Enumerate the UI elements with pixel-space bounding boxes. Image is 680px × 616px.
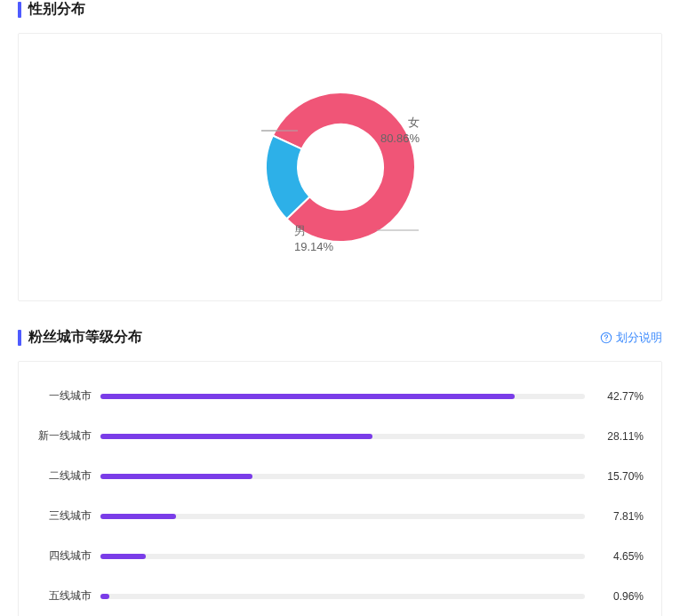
- gender-title: 性别分布: [18, 0, 85, 19]
- donut-male-pct: 19.14%: [294, 239, 333, 255]
- bar-category-label: 三线城市: [36, 508, 100, 524]
- bar-track: [100, 594, 585, 599]
- help-link-text: 划分说明: [616, 330, 662, 346]
- city-title-text: 粉丝城市等级分布: [28, 328, 142, 347]
- bar-fill: [100, 394, 515, 399]
- donut-female-name: 女: [380, 115, 420, 131]
- bar-fill: [100, 594, 109, 599]
- bar-category-label: 一线城市: [36, 388, 100, 404]
- bar-row: 二线城市15.70%: [36, 468, 644, 484]
- bar-row: 新一线城市28.11%: [36, 428, 644, 444]
- city-panel: 一线城市42.77%新一线城市28.11%二线城市15.70%三线城市7.81%…: [18, 361, 662, 616]
- donut-male-name: 男: [294, 223, 333, 239]
- title-accent-bar: [18, 330, 21, 346]
- bar-row: 五线城市0.96%: [36, 588, 644, 604]
- bar-fill: [100, 514, 176, 519]
- bar-track: [100, 554, 585, 559]
- bar-category-label: 二线城市: [36, 468, 100, 484]
- bar-track: [100, 474, 585, 479]
- gender-title-text: 性别分布: [28, 0, 85, 19]
- donut-svg: [163, 52, 518, 283]
- gender-donut-chart: 女 80.86% 男 19.14%: [36, 52, 644, 283]
- bar-fill: [100, 554, 146, 559]
- bar-category-label: 新一线城市: [36, 428, 100, 444]
- bar-track: [100, 434, 585, 439]
- gender-panel: 女 80.86% 男 19.14%: [18, 33, 662, 301]
- donut-female-pct: 80.86%: [380, 131, 420, 147]
- bar-value-label: 15.70%: [597, 470, 644, 483]
- bar-value-label: 4.65%: [597, 550, 644, 563]
- city-bars-chart: 一线城市42.77%新一线城市28.11%二线城市15.70%三线城市7.81%…: [36, 380, 644, 604]
- bar-track: [100, 514, 585, 519]
- city-title: 粉丝城市等级分布: [18, 328, 142, 347]
- svg-point-1: [605, 340, 606, 340]
- donut-label-male: 男 19.14%: [294, 223, 333, 255]
- bar-value-label: 28.11%: [597, 430, 644, 443]
- bar-row: 四线城市4.65%: [36, 548, 644, 564]
- bar-category-label: 四线城市: [36, 548, 100, 564]
- bar-track: [100, 394, 585, 399]
- help-link[interactable]: 划分说明: [600, 330, 662, 346]
- donut-label-female: 女 80.86%: [380, 115, 420, 147]
- title-accent-bar: [18, 2, 21, 18]
- city-header: 粉丝城市等级分布 划分说明: [18, 328, 662, 347]
- bar-value-label: 42.77%: [597, 390, 644, 403]
- bar-value-label: 0.96%: [597, 590, 644, 603]
- bar-value-label: 7.81%: [597, 510, 644, 523]
- question-circle-icon: [600, 332, 612, 344]
- bar-row: 一线城市42.77%: [36, 388, 644, 404]
- gender-section: 性别分布 女 80.86% 男 19.14%: [18, 0, 662, 301]
- bar-fill: [100, 474, 252, 479]
- bar-fill: [100, 434, 372, 439]
- bar-category-label: 五线城市: [36, 588, 100, 604]
- bar-row: 三线城市7.81%: [36, 508, 644, 524]
- city-section: 粉丝城市等级分布 划分说明 一线城市42.77%新一线城市28.11%二线城市1…: [18, 328, 662, 616]
- gender-header: 性别分布: [18, 0, 662, 19]
